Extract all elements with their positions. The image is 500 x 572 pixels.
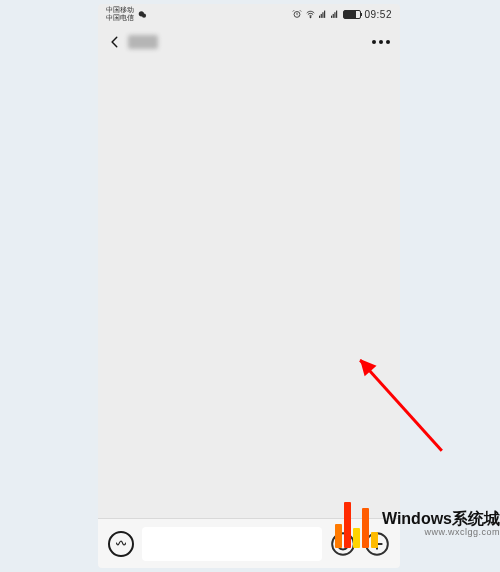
- contact-name[interactable]: [128, 35, 158, 49]
- back-button[interactable]: [108, 31, 122, 53]
- carrier-line-2: 中国电信: [106, 14, 134, 22]
- status-clock: 09:52: [364, 9, 392, 20]
- signal-1-icon: [319, 10, 328, 19]
- watermark-logo-icon: [335, 500, 378, 548]
- svg-rect-10: [335, 12, 336, 18]
- wifi-icon: [305, 10, 316, 19]
- voice-button[interactable]: [108, 531, 134, 557]
- svg-point-1: [142, 13, 146, 17]
- svg-point-3: [310, 16, 311, 17]
- svg-rect-8: [331, 15, 332, 17]
- phone-frame: 中国移动 中国电信 09:52: [98, 4, 400, 568]
- svg-rect-6: [323, 12, 324, 18]
- carrier-labels: 中国移动 中国电信: [106, 6, 134, 22]
- carrier-line-1: 中国移动: [106, 6, 134, 14]
- chat-messages-area[interactable]: [98, 62, 400, 518]
- watermark: Windows系统城 www.wxclgg.com: [335, 500, 500, 548]
- svg-rect-9: [333, 13, 334, 17]
- svg-rect-5: [321, 13, 322, 17]
- watermark-title: Windows系统城: [382, 510, 500, 528]
- message-input[interactable]: [142, 527, 322, 561]
- svg-rect-11: [337, 10, 338, 17]
- more-button[interactable]: [372, 40, 390, 44]
- wechat-icon: [138, 10, 147, 19]
- svg-rect-7: [325, 10, 326, 17]
- svg-rect-4: [319, 15, 320, 17]
- watermark-url: www.wxclgg.com: [382, 528, 500, 538]
- alarm-icon: [292, 9, 302, 19]
- signal-2-icon: [331, 10, 340, 19]
- battery-icon: [343, 10, 361, 19]
- chat-nav-bar: [98, 22, 400, 62]
- status-bar: 中国移动 中国电信 09:52: [98, 4, 400, 22]
